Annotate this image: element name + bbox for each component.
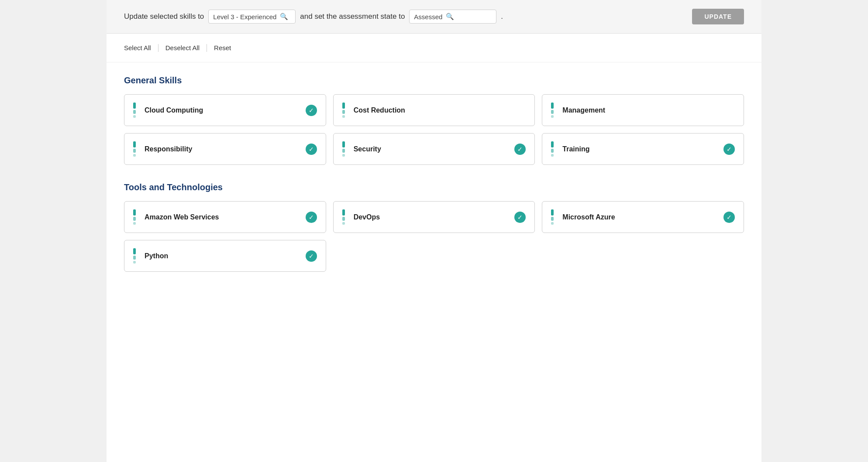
skill-left: Cost Reduction xyxy=(342,103,405,118)
skill-name: Microsoft Azure xyxy=(562,213,615,221)
assessment-search-field[interactable]: Assessed 🔍 xyxy=(409,10,496,24)
check-icon: ✓ xyxy=(306,212,317,223)
select-all-button[interactable]: Select All xyxy=(124,42,151,53)
skill-name: Management xyxy=(562,106,605,114)
skill-left: Microsoft Azure xyxy=(551,209,615,225)
check-icon: ✓ xyxy=(306,105,317,116)
skill-left: Training xyxy=(551,141,589,157)
skill-name: Amazon Web Services xyxy=(145,213,219,221)
skill-level-icon xyxy=(133,103,139,118)
skill-name: Python xyxy=(145,252,168,260)
check-icon: ✓ xyxy=(723,212,735,223)
skill-level-icon xyxy=(133,141,139,157)
level-value: Level 3 - Experienced xyxy=(213,13,276,21)
skill-name: DevOps xyxy=(354,213,380,221)
skill-name: Cloud Computing xyxy=(145,106,203,114)
skill-card[interactable]: Cost Reduction✓ xyxy=(333,94,535,126)
check-icon: ✓ xyxy=(514,144,526,155)
assessment-value: Assessed xyxy=(414,13,442,21)
dot-label: . xyxy=(501,12,503,21)
section-tools-technologies: Tools and TechnologiesAmazon Web Service… xyxy=(124,182,744,272)
skill-name: Training xyxy=(562,145,589,153)
top-bar: Update selected skills to Level 3 - Expe… xyxy=(107,0,761,34)
skill-left: Management xyxy=(551,103,605,118)
skill-left: Security xyxy=(342,141,381,157)
skill-level-icon xyxy=(133,209,139,225)
skill-level-icon xyxy=(342,209,348,225)
skill-level-icon xyxy=(342,103,348,118)
level-search-icon: 🔍 xyxy=(280,13,288,21)
skill-card[interactable]: Amazon Web Services✓ xyxy=(124,201,326,233)
skill-level-icon xyxy=(551,103,557,118)
skill-level-icon xyxy=(133,248,139,264)
prefix-label: Update selected skills to xyxy=(124,12,204,21)
check-icon: ✓ xyxy=(306,250,317,262)
skill-left: Python xyxy=(133,248,168,264)
controls-bar: Select All Deselect All Reset xyxy=(107,34,761,62)
skill-name: Responsibility xyxy=(145,145,192,153)
reset-button[interactable]: Reset xyxy=(214,42,231,53)
skill-card[interactable]: Security✓ xyxy=(333,133,535,165)
skill-card[interactable]: Python✓ xyxy=(124,240,326,272)
level-search-field[interactable]: Level 3 - Experienced 🔍 xyxy=(208,10,296,24)
skill-left: Amazon Web Services xyxy=(133,209,219,225)
skill-name: Cost Reduction xyxy=(354,106,405,114)
skill-card[interactable]: Microsoft Azure✓ xyxy=(542,201,744,233)
skill-level-icon xyxy=(551,209,557,225)
skill-card[interactable]: Responsibility✓ xyxy=(124,133,326,165)
skill-level-icon xyxy=(342,141,348,157)
assessment-search-icon: 🔍 xyxy=(446,13,454,21)
check-icon: ✓ xyxy=(514,212,526,223)
skill-card[interactable]: DevOps✓ xyxy=(333,201,535,233)
skill-left: Cloud Computing xyxy=(133,103,203,118)
skill-level-icon xyxy=(551,141,557,157)
divider-2 xyxy=(207,44,207,52)
check-icon: ✓ xyxy=(723,144,735,155)
check-icon: ✓ xyxy=(306,144,317,155)
skills-grid-general-skills: Cloud Computing✓Cost Reduction✓Managemen… xyxy=(124,94,744,165)
skill-name: Security xyxy=(354,145,381,153)
skill-left: Responsibility xyxy=(133,141,192,157)
content-area: General SkillsCloud Computing✓Cost Reduc… xyxy=(107,62,761,294)
and-label: and set the assessment state to xyxy=(300,12,405,21)
skill-card[interactable]: Management✓ xyxy=(542,94,744,126)
deselect-all-button[interactable]: Deselect All xyxy=(165,42,200,53)
skills-grid-tools-technologies: Amazon Web Services✓DevOps✓Microsoft Azu… xyxy=(124,201,744,272)
section-title-general-skills: General Skills xyxy=(124,75,744,86)
skill-left: DevOps xyxy=(342,209,380,225)
section-general-skills: General SkillsCloud Computing✓Cost Reduc… xyxy=(124,75,744,165)
skill-card[interactable]: Training✓ xyxy=(542,133,744,165)
update-button[interactable]: UPDATE xyxy=(692,9,744,24)
divider-1 xyxy=(158,44,158,52)
section-title-tools-technologies: Tools and Technologies xyxy=(124,182,744,192)
skill-card[interactable]: Cloud Computing✓ xyxy=(124,94,326,126)
